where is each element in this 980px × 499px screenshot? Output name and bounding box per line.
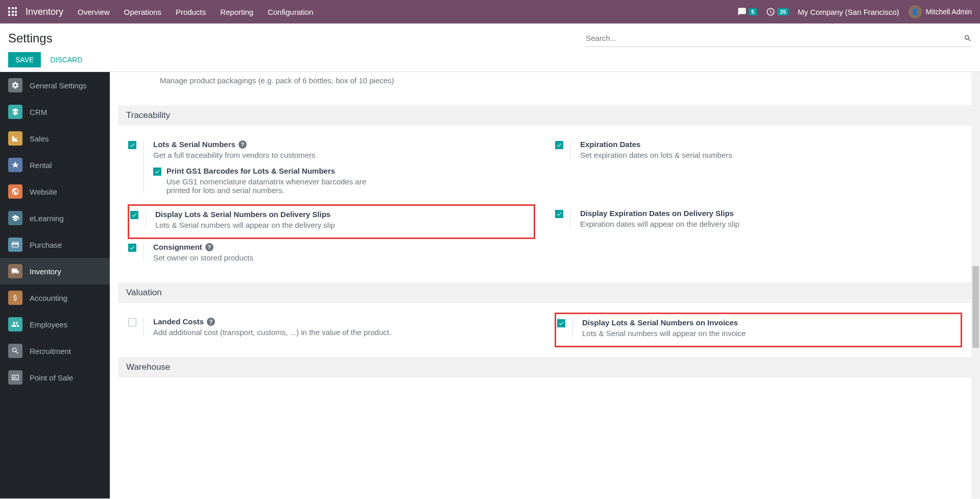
checkbox-lots[interactable]: [128, 141, 136, 149]
setting-display-delivery: Display Lots & Serial Numbers on Deliver…: [128, 205, 535, 239]
display-delivery-title: Display Lots & Serial Numbers on Deliver…: [155, 210, 330, 219]
display-exp-delivery-desc: Expiration dates will appear on the deli…: [580, 220, 962, 228]
messages-badge: 5: [749, 8, 757, 15]
search-icon[interactable]: [964, 34, 972, 42]
chat-icon: [737, 7, 747, 16]
discard-button[interactable]: DISCARD: [45, 52, 87, 67]
nav-overview[interactable]: Overview: [78, 8, 110, 16]
checkbox-gs1[interactable]: [153, 168, 161, 176]
landed-title: Landed Costs: [153, 317, 204, 326]
search-input[interactable]: [584, 32, 964, 44]
sidebar-item-label: Purchase: [30, 241, 62, 249]
checkbox-landed[interactable]: [128, 318, 136, 326]
lots-desc: Get a full traceability from vendors to …: [153, 151, 535, 159]
setting-landed: Landed Costs ? Add additional cost (tran…: [128, 313, 535, 347]
nav-reporting[interactable]: Reporting: [220, 8, 253, 16]
display-invoice-title: Display Lots & Serial Numbers on Invoice…: [582, 318, 738, 327]
gs1-desc: Use GS1 nomenclature datamatrix whenever…: [166, 177, 381, 195]
scrollbar-thumb[interactable]: [972, 266, 979, 348]
sidebar-item-label: Point of Sale: [30, 373, 73, 382]
setting-display-exp-delivery: Display Expiration Dates on Delivery Sli…: [555, 205, 962, 239]
sidebar-item-general-settings[interactable]: General Settings: [0, 72, 110, 99]
sidebar-item-employees[interactable]: Employees: [0, 311, 110, 338]
sidebar-item-label: CRM: [30, 108, 47, 116]
apps-icon[interactable]: [8, 7, 17, 16]
sidebar-item-label: Rental: [30, 161, 52, 170]
sidebar-item-sales[interactable]: Sales: [0, 125, 110, 152]
sidebar-item-inventory[interactable]: Inventory: [0, 258, 110, 284]
consignment-desc: Set owner on stored products: [153, 253, 535, 262]
settings-content: Manage product packagings (e.g. pack of …: [110, 72, 980, 498]
sidebar-item-label: Recruitment: [30, 347, 71, 355]
activities-button[interactable]: 35: [766, 7, 788, 16]
nav-products[interactable]: Products: [176, 8, 206, 16]
company-selector[interactable]: My Company (San Francisco): [798, 8, 899, 16]
user-name: Mitchell Admin: [926, 8, 972, 16]
gs1-title: Print GS1 Barcodes for Lots & Serial Num…: [166, 167, 381, 175]
settings-sidebar: General SettingsCRMSalesRentalWebsiteeLe…: [0, 72, 110, 498]
sidebar-item-label: Inventory: [30, 267, 61, 276]
setting-expiration: Expiration Dates Set expiration dates on…: [555, 136, 962, 170]
sidebar-item-purchase[interactable]: Purchase: [0, 231, 110, 258]
top-navbar: Inventory Overview Operations Products R…: [0, 0, 980, 23]
user-menu[interactable]: 👤 Mitchell Admin: [909, 5, 972, 18]
display-invoice-desc: Lots & Serial numbers will appear on the…: [582, 329, 958, 338]
lots-title: Lots & Serial Numbers: [153, 140, 235, 149]
sidebar-item-recruitment[interactable]: Recruitment: [0, 338, 110, 364]
search-container: [584, 30, 972, 47]
sidebar-item-label: Sales: [30, 134, 49, 143]
sidebar-item-label: Accounting: [30, 294, 67, 302]
section-valuation: Valuation: [118, 282, 972, 303]
scrollbar[interactable]: [971, 72, 980, 498]
sidebar-item-rental[interactable]: Rental: [0, 152, 110, 178]
sidebar-item-accounting[interactable]: Accounting: [0, 284, 110, 311]
page-title: Settings: [8, 31, 53, 45]
checkbox-display-exp-delivery[interactable]: [555, 210, 563, 218]
clock-icon: [766, 7, 775, 16]
partial-packaging-desc: Manage product packagings (e.g. pack of …: [128, 72, 962, 95]
sidebar-item-label: General Settings: [30, 81, 87, 90]
activities-badge: 35: [777, 8, 788, 15]
checkbox-display-invoice[interactable]: [557, 319, 565, 327]
checkbox-consignment[interactable]: [128, 244, 136, 252]
help-icon[interactable]: ?: [238, 140, 247, 149]
messages-button[interactable]: 5: [737, 7, 757, 16]
sidebar-item-label: Website: [30, 187, 57, 196]
setting-consignment: Consignment ? Set owner on stored produc…: [128, 239, 535, 272]
checkbox-display-delivery[interactable]: [130, 211, 138, 219]
sidebar-item-elearning[interactable]: eLearning: [0, 205, 110, 231]
expiration-title: Expiration Dates: [580, 140, 640, 149]
help-icon[interactable]: ?: [207, 318, 215, 326]
avatar: 👤: [909, 5, 922, 18]
checkbox-expiration[interactable]: [555, 141, 563, 149]
help-icon[interactable]: ?: [205, 243, 213, 251]
landed-desc: Add additional cost (transport, customs,…: [153, 328, 535, 337]
consignment-title: Consignment: [153, 243, 202, 251]
sidebar-item-point-of-sale[interactable]: Point of Sale: [0, 364, 110, 391]
nav-operations[interactable]: Operations: [124, 8, 161, 16]
display-delivery-desc: Lots & Serial numbers will appear on the…: [155, 221, 531, 229]
setting-lots: Lots & Serial Numbers ? Get a full trace…: [128, 136, 535, 205]
sidebar-item-website[interactable]: Website: [0, 178, 110, 205]
control-panel: Settings SAVE DISCARD: [0, 23, 980, 72]
app-brand[interactable]: Inventory: [26, 7, 63, 17]
setting-display-invoice: Display Lots & Serial Numbers on Invoice…: [555, 313, 962, 347]
sidebar-item-crm[interactable]: CRM: [0, 99, 110, 125]
section-traceability: Traceability: [118, 105, 972, 126]
sidebar-item-label: Employees: [30, 320, 67, 329]
sidebar-item-label: eLearning: [30, 214, 64, 223]
display-exp-delivery-title: Display Expiration Dates on Delivery Sli…: [580, 209, 734, 218]
nav-menu: Overview Operations Products Reporting C…: [78, 8, 313, 16]
save-button[interactable]: SAVE: [8, 52, 41, 67]
nav-configuration[interactable]: Configuration: [268, 8, 313, 16]
section-warehouse: Warehouse: [118, 357, 972, 377]
expiration-desc: Set expiration dates on lots & serial nu…: [580, 151, 962, 159]
